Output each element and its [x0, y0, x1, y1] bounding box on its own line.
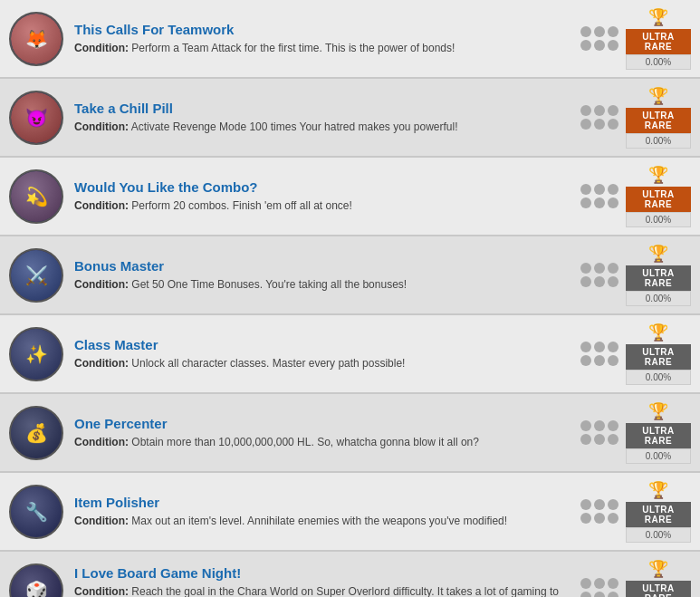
achievement-right: 🏆 ULTRA RARE 0.00% — [580, 480, 691, 543]
achievement-info: Would You Like the Combo? Condition: Per… — [63, 179, 580, 214]
achievement-right: 🏆 ULTRA RARE 0.00% — [580, 165, 691, 227]
achievement-condition: Condition: Perform 20 combos. Finish 'em… — [74, 198, 570, 214]
dot — [580, 26, 591, 37]
achievement-row: ⚔️ Bonus Master Condition: Get 50 One Ti… — [0, 236, 700, 315]
avatar: 🎲 — [9, 563, 63, 598]
dot — [608, 26, 618, 37]
achievement-info: Item Polisher Condition: Max out an item… — [63, 495, 580, 529]
dot — [580, 105, 591, 116]
dot — [580, 355, 591, 366]
achievement-condition: Condition: Perform a Team Attack for the… — [74, 41, 570, 56]
avatar: 💰 — [9, 406, 63, 460]
achievement-condition: Condition: Activate Revenge Mode 100 tim… — [74, 120, 570, 135]
dot — [594, 276, 605, 287]
badge-container: 🏆 ULTRA RARE 0.00% — [626, 86, 691, 149]
achievement-row: 🎲 I Love Board Game Night! Condition: Re… — [0, 552, 700, 597]
achievement-right: 🏆 ULTRA RARE 0.00% — [580, 323, 691, 385]
trophy-icon: 🏆 — [648, 401, 668, 421]
achievement-list: 🦊 This Calls For Teamwork Condition: Per… — [0, 0, 700, 597]
achievement-row: 🔧 Item Polisher Condition: Max out an it… — [0, 473, 700, 552]
achievement-condition: Condition: Reach the goal in the Chara W… — [74, 584, 570, 597]
avatar: 🦊 — [9, 12, 63, 66]
dot — [594, 420, 605, 431]
achievement-right: 🏆 ULTRA RARE 0.00% — [580, 559, 691, 597]
dot — [580, 499, 591, 510]
rarity-badge: ULTRA RARE — [626, 502, 691, 527]
rarity-badge: ULTRA RARE — [626, 344, 691, 370]
rarity-percent: 0.00% — [626, 133, 691, 149]
avatar: ✨ — [9, 327, 63, 381]
dot — [580, 263, 591, 274]
dot — [608, 434, 618, 445]
condition-label: Condition: — [74, 357, 129, 370]
dots-grid — [580, 499, 618, 524]
achievement-row: 😈 Take a Chill Pill Condition: Activate … — [0, 79, 700, 158]
dot — [594, 105, 605, 116]
achievement-title: Bonus Master — [74, 258, 570, 274]
achievement-right: 🏆 ULTRA RARE 0.00% — [580, 244, 691, 306]
trophy-icon: 🏆 — [648, 7, 668, 27]
dot — [594, 119, 605, 130]
achievement-title: This Calls For Teamwork — [74, 22, 570, 37]
achievement-title: Would You Like the Combo? — [74, 179, 570, 195]
dot — [580, 276, 591, 287]
badge-container: 🏆 ULTRA RARE 0.00% — [626, 559, 691, 597]
dots-grid — [580, 578, 618, 597]
achievement-row: 💫 Would You Like the Combo? Condition: P… — [0, 158, 700, 236]
rarity-badge: ULTRA RARE — [626, 187, 691, 212]
rarity-percent: 0.00% — [626, 370, 691, 385]
achievement-condition: Condition: Max out an item's level. Anni… — [74, 514, 570, 529]
achievement-condition: Condition: Unlock all character classes.… — [74, 356, 570, 371]
achievement-condition: Condition: Get 50 One Time Bonuses. You'… — [74, 277, 570, 293]
rarity-percent: 0.00% — [626, 54, 691, 70]
dot — [594, 342, 605, 352]
badge-container: 🏆 ULTRA RARE 0.00% — [626, 480, 691, 543]
dots-grid — [580, 263, 618, 287]
avatar: 🔧 — [9, 485, 63, 539]
achievement-info: I Love Board Game Night! Condition: Reac… — [63, 565, 580, 597]
dot — [608, 355, 618, 366]
dot — [594, 499, 605, 510]
dot — [608, 513, 618, 524]
dot — [594, 40, 605, 51]
dot — [608, 105, 618, 116]
condition-label: Condition: — [74, 120, 129, 133]
dot — [594, 578, 605, 589]
avatar: 💫 — [9, 169, 63, 224]
rarity-badge: ULTRA RARE — [626, 29, 691, 54]
condition-label: Condition: — [74, 278, 129, 291]
rarity-percent: 0.00% — [626, 527, 691, 543]
trophy-icon: 🏆 — [648, 323, 668, 342]
rarity-badge: ULTRA RARE — [626, 265, 691, 291]
rarity-percent: 0.00% — [626, 448, 691, 464]
trophy-icon: 🏆 — [648, 480, 668, 500]
dots-grid — [580, 184, 618, 208]
dot — [608, 342, 618, 352]
dot — [580, 342, 591, 352]
dot — [608, 420, 618, 431]
dots-grid — [580, 26, 618, 51]
rarity-badge: ULTRA RARE — [626, 108, 691, 133]
achievement-right: 🏆 ULTRA RARE 0.00% — [580, 86, 691, 149]
dot — [580, 40, 591, 51]
dots-grid — [580, 105, 618, 130]
dot — [594, 592, 605, 597]
dot — [608, 197, 618, 208]
dot — [580, 434, 591, 445]
avatar: ⚔️ — [9, 248, 63, 303]
dot — [594, 26, 605, 37]
achievement-info: One Percenter Condition: Obtain more tha… — [63, 416, 580, 450]
dot — [594, 184, 605, 195]
dot — [580, 184, 591, 195]
badge-container: 🏆 ULTRA RARE 0.00% — [626, 323, 691, 385]
dot — [580, 592, 591, 597]
achievement-row: ✨ Class Master Condition: Unlock all cha… — [0, 315, 700, 394]
dot — [608, 184, 618, 195]
achievement-row: 🦊 This Calls For Teamwork Condition: Per… — [0, 0, 700, 79]
achievement-title: Take a Chill Pill — [74, 101, 570, 116]
rarity-badge: ULTRA RARE — [626, 581, 691, 597]
condition-label: Condition: — [74, 42, 129, 54]
dot — [594, 197, 605, 208]
trophy-icon: 🏆 — [648, 165, 668, 185]
condition-label: Condition: — [74, 515, 129, 527]
